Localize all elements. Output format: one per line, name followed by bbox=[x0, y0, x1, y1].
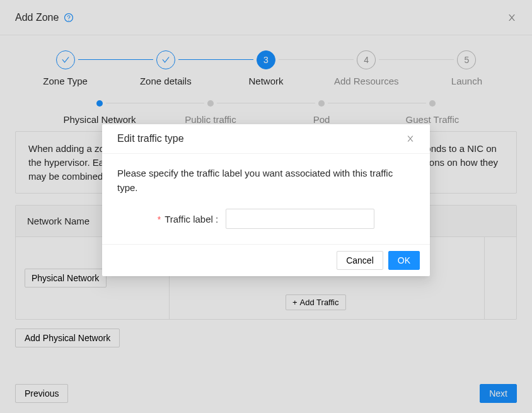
required-asterisk: * bbox=[158, 214, 161, 224]
close-icon[interactable] bbox=[406, 134, 415, 143]
modal-title: Edit traffic type bbox=[117, 133, 184, 144]
edit-traffic-type-modal: Edit traffic type Please specify the tra… bbox=[102, 124, 430, 276]
traffic-label-input[interactable] bbox=[226, 209, 374, 229]
modal-overlay: Edit traffic type Please specify the tra… bbox=[0, 0, 532, 413]
modal-description: Please specify the traffic label you wan… bbox=[117, 166, 415, 195]
ok-button[interactable]: OK bbox=[388, 251, 420, 270]
cancel-button[interactable]: Cancel bbox=[337, 251, 383, 270]
traffic-label-field-label: * Traffic label : bbox=[158, 214, 218, 224]
